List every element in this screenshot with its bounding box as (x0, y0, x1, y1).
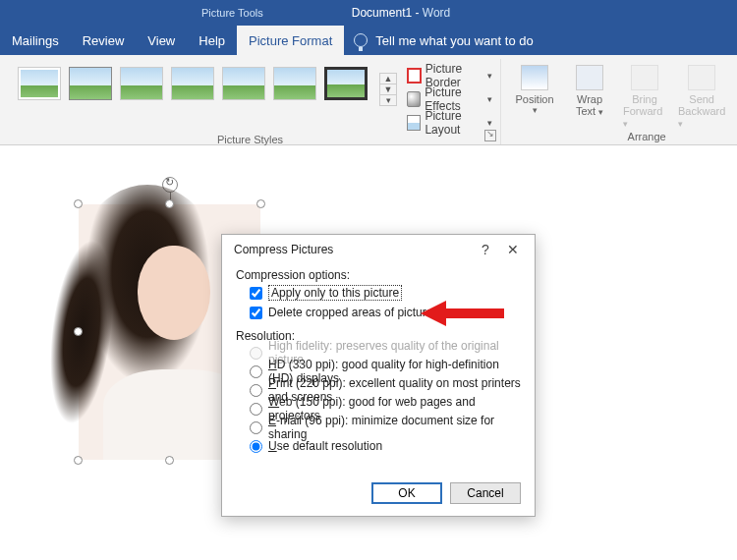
delete-cropped-checkbox[interactable]: Delete cropped areas of pictures (250, 304, 521, 321)
picture-style-gallery: ▲ ▼ ▾ (18, 61, 397, 106)
picture-border-icon (407, 68, 422, 84)
document-canvas[interactable]: Compress Pictures ? ✕ Compression option… (0, 145, 737, 558)
picture-style-3[interactable] (120, 67, 163, 100)
ok-button[interactable]: OK (371, 482, 442, 504)
resize-handle[interactable] (74, 327, 83, 336)
picture-style-2[interactable] (69, 67, 112, 100)
tab-mailings[interactable]: Mailings (0, 26, 71, 55)
tab-help[interactable]: Help (187, 26, 237, 55)
resize-handle[interactable] (74, 199, 83, 208)
tell-me-search[interactable]: Tell me what you want to do (354, 26, 533, 55)
chevron-down-icon: ▾ (533, 105, 538, 115)
lightbulb-icon (354, 33, 368, 47)
dialog-buttons: OK Cancel (222, 475, 535, 516)
ribbon: ▲ ▼ ▾ Picture Border▾ Picture Effects▾ P… (0, 55, 737, 145)
contextual-tab-label: Picture Tools (201, 7, 263, 19)
ribbon-tabs: Mailings Review View Help Picture Format… (0, 26, 737, 55)
resize-handle[interactable] (165, 199, 174, 208)
picture-style-4[interactable] (171, 67, 214, 100)
apply-only-checkbox[interactable]: Apply only to this picture (250, 284, 521, 302)
picture-style-more[interactable]: ▲ ▼ ▾ (379, 73, 397, 106)
position-button[interactable]: Position ▾ (513, 65, 556, 115)
document-title: Document1 - Word (352, 6, 451, 20)
resize-handle[interactable] (256, 199, 265, 208)
send-backward-icon (688, 65, 715, 90)
wrap-text-icon (576, 65, 603, 90)
gallery-up-icon[interactable]: ▲ (380, 74, 396, 84)
picture-style-5[interactable] (222, 67, 265, 100)
tell-me-label: Tell me what you want to do (375, 33, 533, 48)
compression-options-section: Compression options: Apply only to this … (236, 268, 521, 321)
picture-effects-button[interactable]: Picture Effects▾ (407, 88, 492, 110)
dialog-titlebar[interactable]: Compress Pictures ? ✕ (222, 235, 535, 264)
send-backward-button[interactable]: Send Backward ▾ (678, 65, 725, 129)
bring-forward-button[interactable]: Bring Forward ▾ (623, 65, 666, 129)
compression-options-label: Compression options: (236, 268, 521, 282)
title-bar: Picture Tools Document1 - Word (0, 0, 737, 26)
resolution-email[interactable]: E-mail (96 ppi): minimize document size … (250, 419, 521, 436)
tab-review[interactable]: Review (71, 26, 137, 55)
dialog-title: Compress Pictures (234, 243, 472, 256)
chevron-down-icon: ▾ (678, 119, 683, 129)
picture-layout-icon (407, 115, 421, 131)
delete-cropped-input[interactable] (250, 307, 262, 319)
bring-forward-icon (631, 65, 658, 90)
resize-handle[interactable] (165, 456, 174, 465)
chevron-down-icon: ▾ (623, 119, 628, 129)
group-picture-styles: ▲ ▼ ▾ Picture Border▾ Picture Effects▾ P… (0, 59, 501, 144)
chevron-down-icon: ▾ (487, 71, 492, 81)
cancel-button[interactable]: Cancel (450, 482, 521, 504)
position-icon (521, 65, 548, 90)
chevron-down-icon: ▾ (598, 107, 603, 117)
resolution-section: Resolution: High fidelity: preserves qua… (236, 329, 521, 455)
dialog-help-button[interactable]: ? (472, 242, 499, 257)
gallery-expand-icon[interactable]: ▾ (380, 95, 396, 105)
picture-style-1[interactable] (18, 67, 61, 100)
chevron-down-icon: ▾ (487, 118, 492, 128)
compress-pictures-dialog: Compress Pictures ? ✕ Compression option… (221, 234, 536, 517)
wrap-text-button[interactable]: Wrap Text ▾ (568, 65, 611, 117)
resize-handle[interactable] (74, 456, 83, 465)
tab-picture-format[interactable]: Picture Format (237, 26, 344, 55)
dialog-launcher-picture-styles[interactable] (484, 130, 496, 141)
dialog-body: Compression options: Apply only to this … (222, 264, 535, 475)
chevron-down-icon: ▾ (487, 94, 492, 104)
picture-format-stack: Picture Border▾ Picture Effects▾ Picture… (407, 61, 492, 134)
apply-only-input[interactable] (250, 287, 262, 300)
gallery-down-icon[interactable]: ▼ (380, 84, 396, 95)
picture-border-button[interactable]: Picture Border▾ (407, 65, 492, 86)
group-arrange: Position ▾ Wrap Text ▾ Bring Forward ▾ S… (501, 59, 737, 144)
tab-view[interactable]: View (136, 26, 187, 55)
picture-style-6[interactable] (273, 67, 316, 100)
picture-layout-button[interactable]: Picture Layout▾ (407, 112, 492, 134)
picture-style-7[interactable] (324, 67, 368, 100)
group-label-arrange: Arrange (628, 131, 666, 144)
picture-effects-icon (407, 91, 421, 107)
dialog-close-button[interactable]: ✕ (499, 242, 527, 257)
